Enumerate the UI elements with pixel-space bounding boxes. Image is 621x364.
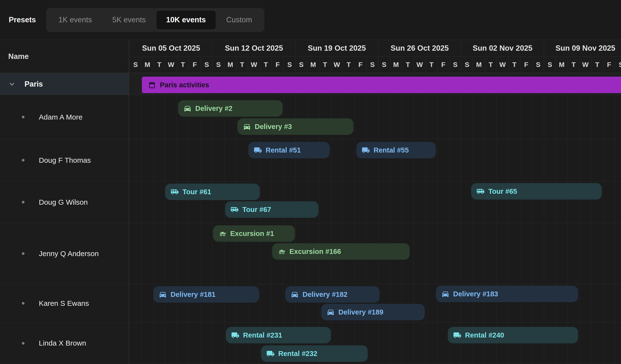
event-label: Rental #231 bbox=[243, 331, 282, 339]
day-letter-cell: W bbox=[165, 57, 177, 73]
preset-button-10k-events[interactable]: 10K events bbox=[156, 11, 216, 29]
event-delivery-183[interactable]: Delivery #183 bbox=[436, 286, 578, 302]
day-letter-cell: T bbox=[426, 57, 438, 73]
event-rental-232[interactable]: Rental #232 bbox=[261, 345, 368, 362]
event-delivery-181[interactable]: Delivery #181 bbox=[153, 286, 259, 303]
week-label: Sun 26 Oct 2025 bbox=[379, 40, 461, 57]
bullet-icon bbox=[22, 116, 24, 118]
event-paris-activities[interactable]: Paris activities bbox=[142, 77, 621, 93]
bullet-icon bbox=[22, 159, 24, 162]
event-label: Tour #67 bbox=[242, 206, 271, 214]
event-rental-55[interactable]: Rental #55 bbox=[356, 142, 436, 158]
event-label: Delivery #183 bbox=[453, 290, 498, 298]
day-letter-cell: T bbox=[402, 57, 414, 73]
event-tour-67[interactable]: Tour #67 bbox=[225, 201, 318, 218]
week-header-cell: Sun 12 Oct 2025SMTWTFS bbox=[213, 40, 296, 73]
event-rental-240[interactable]: Rental #240 bbox=[448, 327, 578, 343]
day-letter-cell: M bbox=[307, 57, 319, 73]
event-tour-61[interactable]: Tour #61 bbox=[165, 183, 260, 200]
day-letter-cell: S bbox=[379, 57, 390, 73]
day-letter-cell: S bbox=[295, 57, 307, 73]
event-delivery-2[interactable]: Delivery #2 bbox=[178, 100, 283, 117]
resource-row-adam-a-more[interactable]: Adam A More bbox=[0, 95, 129, 139]
event-tour-65[interactable]: Tour #65 bbox=[471, 183, 602, 199]
event-rental-231[interactable]: Rental #231 bbox=[226, 327, 331, 343]
day-letter-cell: F bbox=[520, 57, 532, 73]
resource-name: Adam A More bbox=[39, 113, 83, 121]
event-delivery-189[interactable]: Delivery #189 bbox=[321, 304, 425, 320]
shuttle-icon bbox=[171, 188, 179, 196]
day-letter-cell: S bbox=[201, 57, 213, 73]
day-letter-cell: M bbox=[390, 57, 402, 73]
day-letter-cell: F bbox=[355, 57, 366, 73]
week-label: Sun 19 Oct 2025 bbox=[295, 40, 378, 57]
day-letter-row: SMTWTFS bbox=[379, 57, 461, 73]
day-letter-cell: S bbox=[130, 57, 142, 73]
event-label: Delivery #3 bbox=[255, 123, 292, 131]
group-label: Paris bbox=[24, 80, 43, 88]
resource-row-doug-g-wilson[interactable]: Doug G Wilson bbox=[0, 182, 129, 223]
week-header-cell: Sun 09 Nov 2025SMTWTFS bbox=[544, 40, 621, 73]
bullet-icon bbox=[22, 302, 24, 305]
truck-icon bbox=[266, 349, 275, 358]
day-letter-cell: W bbox=[580, 57, 591, 73]
preset-button-5k-events[interactable]: 5K events bbox=[103, 11, 155, 29]
day-letter-cell: T bbox=[154, 57, 165, 73]
week-label: Sun 12 Oct 2025 bbox=[213, 40, 295, 57]
group-row-paris[interactable]: Paris bbox=[0, 73, 129, 95]
day-letter-cell: T bbox=[568, 57, 580, 73]
car-icon bbox=[183, 104, 192, 113]
resource-name: Jenny Q Anderson bbox=[39, 249, 99, 258]
event-excursion-166[interactable]: Excursion #166 bbox=[272, 243, 410, 260]
resource-name: Linda X Brown bbox=[39, 339, 86, 347]
timeline-header: Sun 05 Oct 2025SMTWTFSSun 12 Oct 2025SMT… bbox=[130, 40, 621, 73]
event-label: Rental #55 bbox=[374, 146, 409, 154]
car-icon bbox=[159, 290, 167, 298]
day-letter-row: SMTWTFS bbox=[130, 57, 212, 73]
car-icon bbox=[243, 122, 251, 131]
resource-row-jenny-q-anderson[interactable]: Jenny Q Anderson bbox=[0, 223, 129, 284]
event-label: Delivery #2 bbox=[195, 104, 232, 113]
day-letter-cell: W bbox=[248, 57, 260, 73]
event-rental-51[interactable]: Rental #51 bbox=[248, 142, 330, 158]
chevron-down-icon[interactable] bbox=[7, 80, 17, 89]
truck-icon bbox=[231, 331, 240, 339]
week-header-cell: Sun 26 Oct 2025SMTWTFS bbox=[379, 40, 461, 73]
presets-segmented-control: 1K events5K events10K eventsCustom bbox=[46, 8, 264, 32]
preset-button-1k-events[interactable]: 1K events bbox=[49, 11, 102, 29]
day-letter-cell: S bbox=[544, 57, 556, 73]
preset-button-custom[interactable]: Custom bbox=[217, 11, 262, 29]
toolbar: Presets 1K events5K events10K eventsCust… bbox=[0, 0, 621, 40]
week-header-cell: Sun 02 Nov 2025SMTWTFS bbox=[461, 40, 544, 73]
car-icon bbox=[327, 308, 335, 316]
day-letter-cell: F bbox=[603, 57, 615, 73]
day-letter-row: SMTWTFS bbox=[544, 57, 621, 73]
week-label: Sun 09 Nov 2025 bbox=[544, 40, 621, 57]
day-letter-row: SMTWTFS bbox=[295, 57, 378, 73]
week-label: Sun 05 Oct 2025 bbox=[130, 40, 212, 57]
day-letter-cell: T bbox=[236, 57, 248, 73]
day-letter-cell: F bbox=[189, 57, 201, 73]
event-excursion-1[interactable]: Excursion #1 bbox=[213, 225, 295, 242]
day-letter-cell: M bbox=[224, 57, 236, 73]
event-label: Rental #232 bbox=[278, 350, 317, 358]
day-letter-cell: W bbox=[414, 57, 426, 73]
resource-row-karen-s-ewans[interactable]: Karen S Ewans bbox=[0, 284, 129, 323]
resource-row-linda-x-brown[interactable]: Linda X Brown bbox=[0, 323, 129, 364]
bullet-icon bbox=[22, 252, 24, 255]
day-letter-cell: M bbox=[142, 57, 154, 73]
event-delivery-3[interactable]: Delivery #3 bbox=[238, 118, 353, 135]
resource-row-doug-f-thomas[interactable]: Doug F Thomas bbox=[0, 139, 129, 182]
day-letter-cell: S bbox=[213, 57, 225, 73]
day-letter-cell: T bbox=[343, 57, 355, 73]
day-letter-cell: W bbox=[331, 57, 343, 73]
car-icon bbox=[441, 290, 449, 298]
offroad-icon bbox=[277, 247, 286, 256]
week-header-cell: Sun 05 Oct 2025SMTWTFS bbox=[130, 40, 213, 73]
shuttle-icon bbox=[230, 205, 239, 214]
event-label: Paris activities bbox=[160, 81, 209, 89]
day-letter-cell: S bbox=[284, 57, 295, 73]
day-letter-cell: S bbox=[366, 57, 379, 73]
event-delivery-182[interactable]: Delivery #182 bbox=[285, 286, 380, 303]
events-layer: Paris activitiesDelivery #2Delivery #3Re… bbox=[130, 73, 621, 364]
